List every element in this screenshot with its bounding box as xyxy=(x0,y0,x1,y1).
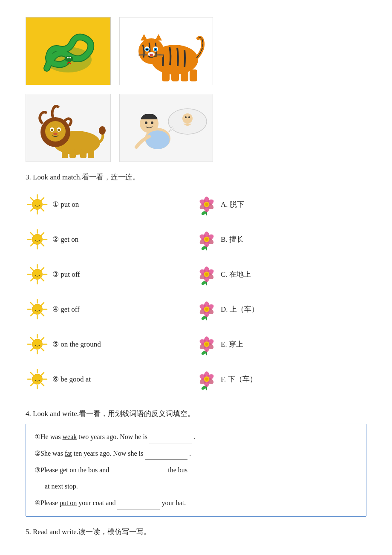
svg-point-112 xyxy=(35,377,36,379)
fill-line-4-num: ④Please xyxy=(35,499,60,506)
fill-line-4-mid: your coat and xyxy=(77,499,115,506)
svg-point-28 xyxy=(45,121,66,142)
fill-line-1: ①He was weak two years ago. Now he is. xyxy=(35,431,357,443)
svg-rect-36 xyxy=(80,149,86,158)
svg-point-41 xyxy=(145,121,147,124)
match-label-5: ⑤ on the ground xyxy=(52,340,101,349)
underline-weak: weak xyxy=(63,433,77,440)
svg-point-102 xyxy=(39,342,40,344)
sun-icon-5 xyxy=(26,332,49,356)
svg-point-143 xyxy=(205,272,208,275)
fill-line-1-num: ①He was xyxy=(35,433,63,440)
fill-line-2-mid: ten years ago. Now she is xyxy=(72,450,144,457)
fill-line-3-mid: the bus and xyxy=(78,466,109,474)
snake-image xyxy=(26,17,111,85)
svg-point-56 xyxy=(32,199,43,209)
sun-icon-3 xyxy=(26,263,49,286)
svg-line-54 xyxy=(41,198,44,200)
flower-icon-C xyxy=(196,263,217,286)
match-right-label-A: A. 脱下 xyxy=(221,199,244,209)
svg-line-107 xyxy=(31,373,33,375)
match-right-label-B: B. 擅长 xyxy=(221,234,244,244)
fill-line-2-num: ②She was xyxy=(35,450,65,457)
underline-get-on: get on xyxy=(60,466,77,474)
svg-rect-25 xyxy=(190,69,197,81)
flower-icon-B xyxy=(196,228,217,251)
fill-line-3-num: ③Please xyxy=(35,466,58,474)
svg-point-67 xyxy=(32,234,43,244)
match-right-row-A: A. 脱下 xyxy=(196,189,366,220)
svg-point-90 xyxy=(35,307,36,309)
svg-rect-23 xyxy=(171,69,179,81)
fill-line-3: ③Pleaseget onthe bus andthe bus xyxy=(35,464,357,477)
svg-point-100 xyxy=(32,339,43,349)
svg-line-74 xyxy=(31,268,33,270)
match-row-1: ① put on xyxy=(26,189,196,220)
svg-point-123 xyxy=(205,202,208,205)
svg-point-57 xyxy=(35,202,36,204)
match-right: A. 脱下 B. 擅长 xyxy=(196,189,366,399)
lion-image xyxy=(26,94,111,162)
fill-line-2-end: . xyxy=(189,450,191,457)
match-right-row-F: F. 下（车） xyxy=(196,364,366,394)
match-right-row-E: E. 穿上 xyxy=(196,329,366,359)
match-right-row-C: C. 在地上 xyxy=(196,259,366,289)
underline-put-on: put on xyxy=(60,499,77,506)
svg-point-1 xyxy=(65,56,73,62)
svg-line-109 xyxy=(41,373,44,375)
blank-1 xyxy=(149,436,192,443)
svg-point-38 xyxy=(99,126,106,135)
person-image xyxy=(119,94,213,162)
svg-point-68 xyxy=(35,237,36,239)
svg-point-46 xyxy=(185,116,187,118)
match-row-3: ③ put off xyxy=(26,259,196,289)
svg-point-42 xyxy=(151,121,153,124)
svg-point-2 xyxy=(67,57,69,58)
section-3: 3. Look and match.看一看，连一连。 xyxy=(26,172,366,399)
image-row-2 xyxy=(26,94,366,162)
match-right-row-B: B. 擅长 xyxy=(196,224,366,254)
flower-icon-F xyxy=(196,367,217,391)
match-left: ① put on ② get on xyxy=(26,189,196,399)
svg-line-64 xyxy=(41,243,44,246)
svg-point-33 xyxy=(53,133,58,135)
svg-point-163 xyxy=(205,342,208,345)
svg-point-69 xyxy=(39,237,40,239)
svg-point-15 xyxy=(150,54,153,56)
match-row-6: ⑥ be good at xyxy=(26,364,196,394)
match-label-2: ② get on xyxy=(52,235,78,244)
svg-line-77 xyxy=(31,278,33,281)
fill-in-box: ①He was weak two years ago. Now he is. ②… xyxy=(26,424,366,517)
svg-point-43 xyxy=(146,130,170,149)
fill-line-1-mid: two years ago. Now he is xyxy=(77,433,147,440)
svg-line-97 xyxy=(41,348,44,351)
svg-line-108 xyxy=(41,383,44,386)
sun-icon-4 xyxy=(26,298,49,321)
svg-point-31 xyxy=(51,129,53,131)
svg-line-87 xyxy=(41,303,44,305)
sun-icon-6 xyxy=(26,367,49,391)
svg-marker-17 xyxy=(155,34,162,40)
svg-line-99 xyxy=(31,348,33,351)
svg-line-65 xyxy=(41,233,44,235)
svg-point-47 xyxy=(188,116,190,118)
svg-line-86 xyxy=(41,313,44,316)
svg-point-12 xyxy=(146,49,148,50)
svg-line-96 xyxy=(31,338,33,340)
svg-point-89 xyxy=(32,304,43,314)
sun-icon-1 xyxy=(26,193,49,216)
svg-rect-37 xyxy=(88,149,94,158)
svg-point-79 xyxy=(35,272,36,274)
svg-marker-16 xyxy=(141,34,147,40)
sun-icon-2 xyxy=(26,228,49,251)
match-label-3: ③ put off xyxy=(52,270,80,279)
svg-line-53 xyxy=(41,208,44,211)
svg-point-111 xyxy=(32,374,43,384)
fill-line-4: ④Please put on your coat andyour hat. xyxy=(35,497,357,509)
svg-rect-22 xyxy=(162,69,170,81)
match-row-4: ④ get off xyxy=(26,294,196,324)
svg-point-133 xyxy=(205,237,208,240)
svg-line-55 xyxy=(31,208,33,211)
flower-icon-A xyxy=(196,193,217,216)
svg-point-45 xyxy=(182,113,193,124)
